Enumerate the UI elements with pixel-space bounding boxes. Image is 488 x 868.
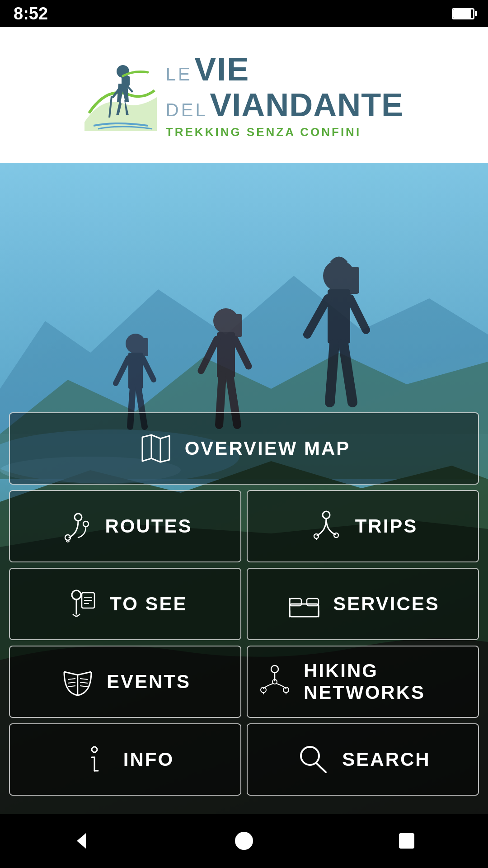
map-icon	[138, 430, 174, 467]
to-see-icon	[63, 586, 99, 622]
services-label: SERVICES	[333, 593, 440, 615]
hiking-networks-button[interactable]: HIKING NETWORKS	[247, 646, 479, 718]
logo-del: DEL	[166, 100, 208, 120]
svg-line-39	[80, 682, 88, 683]
svg-rect-30	[307, 599, 319, 606]
nav-bar	[0, 814, 488, 868]
svg-point-19	[83, 521, 89, 527]
svg-point-20	[323, 511, 330, 519]
routes-label: ROUTES	[105, 515, 192, 537]
trips-icon	[308, 508, 344, 544]
logo-container: LE VIE DEL VIANDANTE TREKKING SENZA CONF…	[84, 52, 404, 139]
svg-line-40	[80, 686, 88, 687]
nav-home-button[interactable]	[226, 823, 262, 859]
info-search-row: INFO SEARCH	[9, 723, 479, 796]
svg-point-23	[72, 590, 81, 599]
svg-line-50	[316, 763, 326, 772]
events-hiking-row: EVENTS HIKING NETWORKS	[9, 646, 479, 718]
svg-rect-29	[290, 599, 301, 606]
nav-recent-icon	[395, 830, 418, 852]
to-see-label: TO SEE	[110, 593, 187, 615]
hiking-networks-label: HIKING NETWORKS	[304, 660, 469, 703]
events-label: EVENTS	[107, 671, 191, 693]
svg-marker-51	[77, 833, 86, 849]
svg-point-17	[75, 514, 82, 521]
logo-area: LE VIE DEL VIANDANTE TREKKING SENZA CONF…	[0, 27, 488, 163]
battery-icon	[452, 8, 474, 19]
status-bar: 8:52	[0, 0, 488, 27]
svg-point-41	[271, 665, 278, 673]
svg-line-37	[68, 686, 75, 687]
routes-trips-row: ROUTES TRIPS	[9, 490, 479, 562]
services-button[interactable]: SERVICES	[247, 568, 479, 640]
overview-map-row: OVERVIEW MAP	[9, 412, 479, 485]
search-icon	[295, 741, 331, 778]
events-button[interactable]: EVENTS	[9, 646, 241, 718]
trips-button[interactable]: TRIPS	[247, 490, 479, 562]
hiking-networks-icon	[257, 664, 293, 700]
logo-le: LE	[166, 64, 192, 84]
svg-point-52	[235, 832, 253, 850]
to-see-button[interactable]: TO SEE	[9, 568, 241, 640]
tosee-services-row: TO SEE SERVICES	[9, 568, 479, 640]
logo-text: LE VIE DEL VIANDANTE TREKKING SENZA CONF…	[166, 52, 404, 139]
overview-map-label: OVERVIEW MAP	[185, 438, 351, 459]
svg-point-22	[334, 533, 338, 538]
events-icon	[60, 664, 96, 700]
nav-back-icon	[70, 830, 93, 852]
info-label: INFO	[123, 749, 174, 770]
info-icon	[76, 741, 113, 778]
main-content: OVERVIEW MAP ROUTES	[0, 163, 488, 868]
nav-back-button[interactable]	[63, 823, 99, 859]
buttons-grid: OVERVIEW MAP ROUTES	[0, 412, 488, 796]
info-button[interactable]: INFO	[9, 723, 241, 796]
svg-line-38	[80, 679, 88, 679]
svg-line-35	[68, 679, 75, 679]
logo-figure-icon	[84, 59, 157, 131]
logo-subtitle: TREKKING SENZA CONFINI	[166, 126, 404, 139]
svg-line-36	[68, 682, 75, 683]
nav-recent-button[interactable]	[389, 823, 425, 859]
services-icon	[286, 586, 322, 622]
routes-button[interactable]: ROUTES	[9, 490, 241, 562]
logo-viandante: VIANDANTE	[210, 87, 404, 123]
nav-home-icon	[233, 830, 255, 852]
search-button[interactable]: SEARCH	[247, 723, 479, 796]
svg-rect-53	[399, 833, 414, 849]
status-time: 8:52	[14, 4, 48, 24]
logo-vie: VIE	[194, 51, 249, 87]
trips-label: TRIPS	[355, 515, 418, 537]
svg-point-45	[92, 747, 97, 752]
svg-point-21	[314, 534, 319, 538]
routes-icon	[58, 508, 94, 544]
search-label: SEARCH	[342, 749, 430, 770]
overview-map-button[interactable]: OVERVIEW MAP	[9, 412, 479, 485]
